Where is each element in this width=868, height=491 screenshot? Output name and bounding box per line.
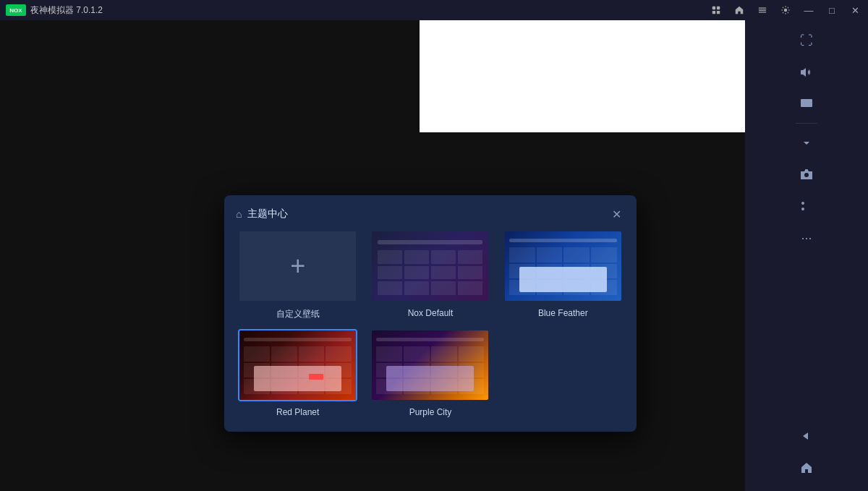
- plus-icon: +: [290, 253, 305, 279]
- svg-rect-0: [712, 7, 715, 9]
- thumb-cell: [537, 247, 563, 262]
- thumb-cell: [431, 250, 456, 264]
- app-title: 夜神模拟器 7.0.1.2: [30, 4, 103, 17]
- theme-item-custom[interactable]: + 自定义壁纸: [236, 230, 359, 320]
- svg-rect-5: [759, 9, 767, 10]
- thumb-cell: [376, 346, 402, 362]
- theme-label-nox: Nox Default: [408, 308, 454, 318]
- thumb-cell: [378, 281, 402, 295]
- thumb-cell: [509, 247, 535, 262]
- theme-thumbnail-nox: [370, 230, 490, 302]
- thumb-red-bar: [244, 338, 352, 341]
- thumb-blue-bar: [509, 239, 617, 242]
- thumb-cell: [378, 266, 402, 280]
- thumb-cell: [326, 346, 352, 362]
- notification-icon[interactable]: [706, 0, 726, 20]
- theme-grid: + 自定义壁纸: [224, 230, 637, 417]
- thumb-purple-bar: [376, 338, 484, 341]
- theme-center-icon: ⌂: [236, 208, 242, 220]
- svg-point-7: [784, 9, 787, 12]
- title-bar-left: NOX 夜神模拟器 7.0.1.2: [0, 4, 103, 17]
- svg-rect-2: [712, 11, 715, 14]
- dialog-close-button[interactable]: ✕: [608, 205, 625, 223]
- nox-logo: NOX: [6, 4, 26, 16]
- theme-label-purple: Purple City: [409, 407, 452, 417]
- dialog-overlay: ⌂ 主题中心 ✕ + 自定义壁纸: [0, 20, 868, 491]
- theme-label-blue: Blue Feather: [538, 308, 588, 318]
- thumb-cell: [563, 247, 590, 262]
- thumb-nox-bar: [378, 240, 482, 244]
- thumb-cell: [244, 346, 270, 362]
- thumb-cell: [299, 346, 325, 362]
- thumb-blue-dialog: [519, 267, 607, 292]
- theme-thumbnail-blue: [503, 230, 623, 302]
- thumb-cell: [431, 281, 456, 295]
- svg-rect-4: [759, 8, 767, 9]
- thumb-blue-bg: [505, 231, 621, 301]
- theme-label-custom: 自定义壁纸: [276, 308, 320, 320]
- maximize-button[interactable]: □: [822, 0, 842, 20]
- thumb-cell: [378, 250, 402, 264]
- thumb-purple-dialog: [386, 366, 474, 391]
- theme-item-red-planet[interactable]: Red Planet: [236, 329, 359, 417]
- theme-label-red: Red Planet: [276, 407, 319, 417]
- thumb-cell: [404, 250, 429, 264]
- thumb-cell: [591, 247, 617, 262]
- theme-thumbnail-custom: +: [238, 230, 357, 302]
- svg-rect-1: [717, 7, 720, 9]
- thumb-red-btn: [309, 374, 323, 380]
- thumb-purple-bg: [372, 330, 488, 400]
- dialog-title: 主题中心: [247, 208, 288, 221]
- thumb-cell: [459, 346, 485, 362]
- theme-item-purple-city[interactable]: Purple City: [368, 329, 492, 417]
- title-bar-controls: — □ ✕: [706, 0, 868, 20]
- thumb-cell: [458, 250, 482, 264]
- thumb-cell: [431, 266, 456, 280]
- thumb-custom-bg: +: [239, 231, 356, 301]
- main-area: ⛶ ··· ⌂: [0, 20, 868, 491]
- thumb-cell: [404, 266, 429, 280]
- thumb-nox-bg: [372, 231, 488, 301]
- thumb-cell: [404, 281, 429, 295]
- theme-item-blue-feather[interactable]: Blue Feather: [501, 230, 625, 320]
- theme-item-nox-default[interactable]: Nox Default: [368, 230, 492, 320]
- svg-rect-3: [717, 11, 720, 14]
- thumb-red-dialog: [254, 366, 341, 391]
- home-titlebar-icon[interactable]: [729, 0, 749, 20]
- thumb-cell: [271, 346, 297, 362]
- theme-thumbnail-red: [238, 329, 357, 401]
- thumb-nox-grid: [378, 250, 482, 295]
- settings-icon[interactable]: [775, 0, 796, 20]
- dialog-title-row: ⌂ 主题中心: [236, 208, 288, 221]
- thumb-red-bg: [239, 330, 356, 400]
- dialog-header: ⌂ 主题中心 ✕: [224, 195, 637, 230]
- minimize-button[interactable]: —: [799, 0, 819, 20]
- menu-icon[interactable]: [752, 0, 773, 20]
- title-bar: NOX 夜神模拟器 7.0.1.2 — □ ✕: [0, 0, 868, 20]
- svg-rect-6: [759, 12, 767, 12]
- theme-thumbnail-purple: [370, 329, 490, 401]
- thumb-cell: [458, 281, 482, 295]
- close-button[interactable]: ✕: [845, 0, 865, 20]
- thumb-cell: [404, 346, 430, 362]
- theme-dialog: ⌂ 主题中心 ✕ + 自定义壁纸: [224, 195, 637, 432]
- thumb-cell: [431, 346, 457, 362]
- thumb-cell: [458, 266, 482, 280]
